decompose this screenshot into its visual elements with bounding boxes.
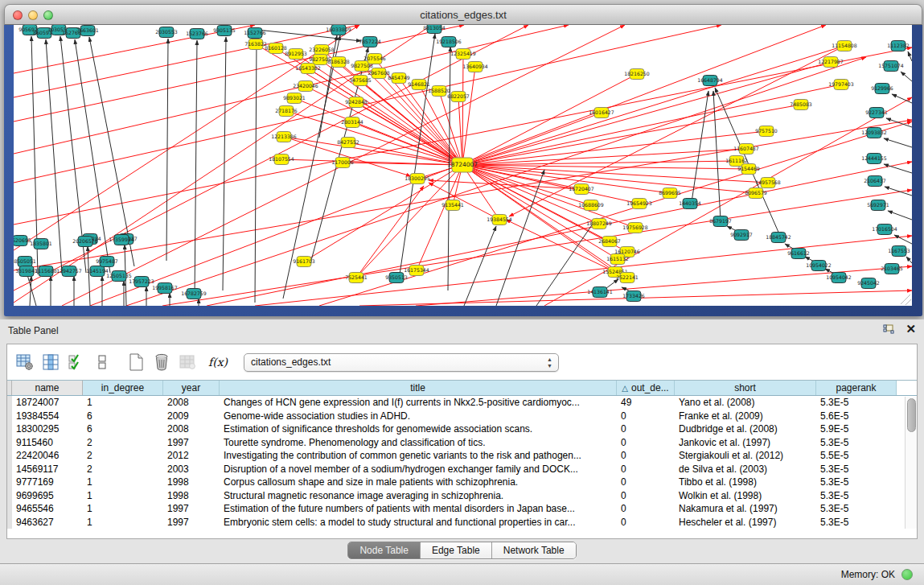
graph-node[interactable]: 11607487 xyxy=(733,144,759,154)
delete-table-icon[interactable] xyxy=(176,351,199,373)
graph-node[interactable]: 19797403 xyxy=(828,80,854,90)
cell-name[interactable]: 9777169 xyxy=(12,476,83,489)
cell-year[interactable]: 2008 xyxy=(163,422,220,436)
graph-node[interactable]: 9129966 xyxy=(871,84,893,94)
graph-node[interactable]: 8096579 xyxy=(745,188,767,199)
graph-node[interactable]: 16782759 xyxy=(181,289,207,299)
graph-node[interactable]: 9154469 xyxy=(737,164,760,175)
graph-node[interactable]: 16033809 xyxy=(326,25,351,35)
graph-node[interactable]: 9135441 xyxy=(441,200,464,211)
cell-pagerank[interactable]: 5.3E-5 xyxy=(816,489,897,503)
graph-node[interactable]: 2684067 xyxy=(598,237,621,247)
cell-name[interactable]: 9115460 xyxy=(12,436,83,450)
table-row[interactable]: 969969511998Structural magnetic resonanc… xyxy=(7,489,917,503)
graph-node[interactable]: 9161703 xyxy=(293,257,315,267)
graph-node[interactable]: 12942757 xyxy=(56,266,82,277)
cell-name[interactable]: 14569117 xyxy=(12,463,83,476)
graph-node[interactable]: 23420046 xyxy=(293,81,318,92)
cell-out_de[interactable]: 0 xyxy=(617,489,675,503)
cell-year[interactable]: 1997 xyxy=(163,502,220,516)
cell-in_degree[interactable]: 1 xyxy=(83,476,163,489)
cell-pagerank[interactable]: 5.9E-5 xyxy=(816,422,897,436)
graph-node[interactable]: 1167553 xyxy=(888,246,910,257)
cell-year[interactable]: 2009 xyxy=(163,410,220,423)
graph-node[interactable]: 1440354 xyxy=(679,199,701,209)
cell-pagerank[interactable]: 5.3E-5 xyxy=(816,463,897,476)
graph-node[interactable]: 2522141 xyxy=(616,273,639,283)
graph-node[interactable]: 9305135 xyxy=(213,26,236,36)
cell-in_degree[interactable]: 1 xyxy=(83,516,163,529)
cell-pagerank[interactable]: 5.5E-5 xyxy=(816,449,897,463)
graph-node[interactable]: 11154808 xyxy=(832,41,857,51)
graph-node[interactable]: 18845742 xyxy=(766,233,791,243)
cell-year[interactable]: 2012 xyxy=(163,449,220,463)
graph-node[interactable]: 19958167 xyxy=(152,283,178,294)
graph-node[interactable]: 8699695 xyxy=(659,188,681,199)
cell-year[interactable]: 1998 xyxy=(163,476,220,489)
cell-pagerank[interactable]: 5.6E-5 xyxy=(816,410,897,423)
cell-in_degree[interactable]: 6 xyxy=(83,422,163,436)
cell-short[interactable]: Jankovic et al. (1997) xyxy=(675,436,816,450)
graph-node[interactable]: 9242848 xyxy=(345,97,368,108)
graph-node[interactable]: 2103465 xyxy=(881,264,903,274)
column-header-short[interactable]: short xyxy=(675,381,816,395)
graph-node[interactable]: 9893021 xyxy=(283,93,306,104)
table-row[interactable]: 977716911998Corpus callosum shape and si… xyxy=(7,476,917,489)
graph-node[interactable]: 12505135 xyxy=(106,271,132,282)
graph-node[interactable]: 1733426 xyxy=(622,291,645,302)
table-select-dropdown[interactable]: citations_edges.txt ▲▼ xyxy=(244,353,559,372)
column-header-pagerank[interactable]: pagerank xyxy=(816,381,897,395)
graph-node[interactable]: 1152766 xyxy=(244,28,266,39)
cell-year[interactable]: 1998 xyxy=(163,489,220,503)
graph-node[interactable]: 8679197 xyxy=(709,216,732,227)
tab-edge-table[interactable]: Edge Table xyxy=(421,542,492,558)
graph-node[interactable]: 1615132 xyxy=(606,254,629,265)
cell-year[interactable]: 2003 xyxy=(163,463,220,476)
graph-node[interactable]: 14136141 xyxy=(587,287,613,298)
graph-node[interactable]: 16648794 xyxy=(697,76,723,86)
column-header-year[interactable]: year xyxy=(163,381,220,395)
cell-short[interactable]: Yano et al. (2008) xyxy=(675,396,816,410)
cell-short[interactable]: Wolkin et al. (1998) xyxy=(675,489,816,503)
graph-node[interactable]: 9757510 xyxy=(755,126,778,137)
memory-status-indicator[interactable] xyxy=(901,569,913,580)
cell-title[interactable]: Embryonic stem cells: a model to study s… xyxy=(220,516,617,529)
graph-node[interactable]: 9350513 xyxy=(385,273,408,283)
graph-node[interactable]: 13640934 xyxy=(462,62,488,72)
cell-name[interactable]: 22420046 xyxy=(12,449,83,463)
graph-node[interactable]: 20206576 xyxy=(72,237,98,247)
cell-out_de[interactable]: 0 xyxy=(617,516,675,529)
cell-pagerank[interactable]: 5.3E-5 xyxy=(816,516,897,529)
table-row[interactable]: 946554611997Estimation of the future num… xyxy=(7,502,917,516)
graph-node[interactable]: 8160128 xyxy=(265,43,287,54)
cell-title[interactable]: Tourette syndrome. Phenomenology and cla… xyxy=(220,436,617,450)
show-columns-icon[interactable] xyxy=(39,351,62,373)
graph-node[interactable]: 9975487 xyxy=(96,257,118,267)
cell-out_de[interactable]: 0 xyxy=(617,476,675,489)
cell-in_degree[interactable]: 1 xyxy=(83,396,163,410)
cell-short[interactable]: Hescheler et al. (1997) xyxy=(675,516,816,529)
cell-name[interactable]: 18300295 xyxy=(12,422,83,436)
graph-node[interactable]: 2803144 xyxy=(341,117,363,128)
cell-title[interactable]: Estimation of significance thresholds fo… xyxy=(220,422,617,436)
cell-short[interactable]: de Silva et al. (2003) xyxy=(675,463,816,476)
graph-node[interactable]: 10954042 xyxy=(826,273,852,283)
tab-node-table[interactable]: Node Table xyxy=(348,542,421,558)
table-row[interactable]: 1872400712008Changes of HCN gene express… xyxy=(7,396,917,410)
column-header-title[interactable]: title xyxy=(220,381,617,395)
cell-short[interactable]: Stergiakouli et al. (2012) xyxy=(675,449,816,463)
cell-name[interactable]: 9465546 xyxy=(12,502,83,516)
table-row[interactable]: 946362711997Embryonic stem cells: a mode… xyxy=(7,516,917,529)
cell-pagerank[interactable]: 5.3E-5 xyxy=(816,476,897,489)
delete-column-icon[interactable] xyxy=(150,351,173,373)
graph-node[interactable]: 1115688 xyxy=(35,266,57,277)
graph-node[interactable]: 8454749 xyxy=(388,73,410,84)
tab-network-table[interactable]: Network Table xyxy=(492,542,576,558)
cell-pagerank[interactable]: 5.3E-5 xyxy=(816,502,897,516)
cell-out_de[interactable]: 0 xyxy=(617,463,675,476)
graph-node[interactable]: 10954022 xyxy=(806,261,832,271)
cell-name[interactable]: 9699695 xyxy=(12,489,83,503)
cell-out_de[interactable]: 0 xyxy=(617,422,675,436)
network-window-titlebar[interactable]: citations_edges.txt xyxy=(4,4,922,25)
cell-in_degree[interactable]: 2 xyxy=(83,436,163,450)
